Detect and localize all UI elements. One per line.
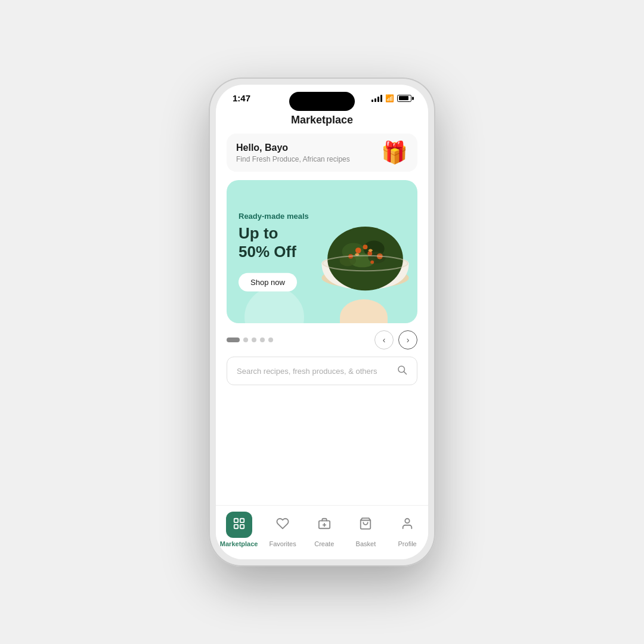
carousel-next-button[interactable]: › (398, 330, 417, 349)
svg-point-13 (370, 261, 374, 264)
search-placeholder: Search recipes, fresh produces, & others (237, 367, 377, 376)
banner-decoration-circle (244, 287, 304, 323)
svg-rect-18 (240, 518, 243, 522)
svg-rect-20 (240, 524, 243, 528)
marketplace-label: Marketplace (220, 540, 258, 547)
dot-1 (227, 338, 240, 342)
carousel-arrows: ‹ › (374, 330, 417, 349)
favorites-icon (276, 517, 289, 533)
basket-label: Basket (356, 540, 376, 547)
nav-item-favorites[interactable]: Favorites (266, 512, 299, 547)
signal-icon (371, 95, 382, 102)
hello-card: Hello, Bayo Find Fresh Produce, African … (227, 134, 417, 172)
marketplace-icon (233, 517, 246, 533)
create-icon (318, 517, 331, 533)
favorites-icon-wrap (270, 512, 296, 538)
phone-screen: 1:47 📶 Marketplace Hel (216, 85, 428, 559)
search-icon (397, 364, 407, 377)
profile-icon (401, 517, 414, 533)
create-label: Create (314, 540, 334, 547)
hello-greeting: Hello, Bayo (236, 143, 350, 153)
food-image (307, 194, 417, 310)
nav-item-profile[interactable]: Profile (391, 512, 424, 547)
basket-icon (359, 517, 372, 533)
svg-line-16 (404, 371, 406, 374)
nav-item-marketplace[interactable]: Marketplace (220, 512, 258, 547)
banner-subtitle: Ready-made meals (239, 212, 309, 221)
search-bar[interactable]: Search recipes, fresh produces, & others (227, 357, 417, 385)
dot-2 (243, 338, 248, 342)
promo-banner: Ready-made meals Up to 50% Off Shop now (227, 180, 417, 323)
svg-rect-17 (234, 518, 237, 522)
bottom-nav: Marketplace Favorites (216, 505, 428, 559)
create-icon-wrap (311, 512, 338, 538)
status-time: 1:47 (233, 93, 250, 103)
hello-subtitle: Find Fresh Produce, African recipes (236, 155, 350, 163)
banner-text: Ready-made meals Up to 50% Off Shop now (239, 212, 309, 292)
dot-3 (252, 338, 256, 342)
nav-item-create[interactable]: Create (308, 512, 341, 547)
dynamic-island (289, 92, 355, 111)
status-icons: 📶 (371, 94, 411, 103)
dot-5 (268, 338, 273, 342)
shop-now-button[interactable]: Shop now (239, 273, 297, 292)
favorites-label: Favorites (269, 540, 296, 547)
phone-frame: 1:47 📶 Marketplace Hel (209, 78, 435, 566)
carousel-dots (227, 338, 273, 342)
page-title: Marketplace (216, 108, 428, 134)
svg-point-12 (363, 244, 368, 249)
nav-item-basket[interactable]: Basket (349, 512, 382, 547)
profile-icon-wrap (394, 512, 420, 538)
basket-icon-wrap (352, 512, 379, 538)
marketplace-icon-wrap (226, 512, 252, 538)
profile-label: Profile (398, 540, 417, 547)
carousel-nav: ‹ › (216, 323, 428, 357)
dot-4 (260, 338, 265, 342)
carousel-prev-button[interactable]: ‹ (374, 330, 394, 349)
hello-emoji-icon: 🎁 (381, 142, 408, 163)
hello-text: Hello, Bayo Find Fresh Produce, African … (236, 143, 350, 163)
battery-icon (397, 95, 411, 102)
svg-point-8 (355, 247, 361, 253)
svg-rect-19 (234, 524, 237, 528)
main-content: Marketplace Hello, Bayo Find Fresh Produ… (216, 108, 428, 505)
svg-point-25 (405, 518, 409, 522)
banner-title: Up to 50% Off (239, 224, 309, 261)
wifi-icon: 📶 (385, 94, 394, 103)
